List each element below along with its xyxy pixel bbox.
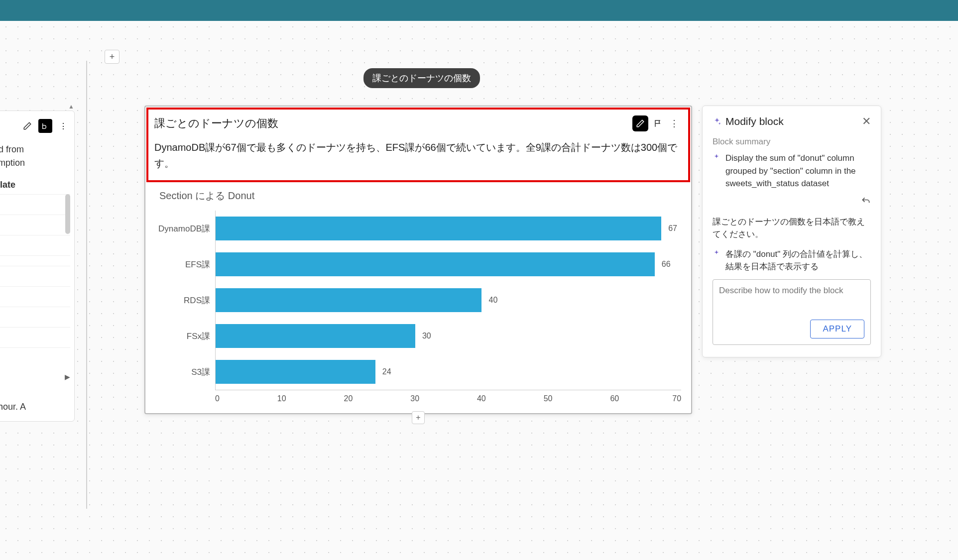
- chart-container: Section による Donut DynamoDB課EFS課RDS課FSx課S…: [145, 183, 691, 413]
- x-axis-tick: 50: [515, 394, 582, 403]
- left-text-line: racted from: [0, 143, 70, 156]
- y-axis-label: RDS課: [155, 282, 210, 318]
- left-bottom-text: n by hour. A: [0, 401, 70, 413]
- scroll-up-icon[interactable]: ▲: [68, 103, 74, 110]
- col-header-text: nocolate: [0, 180, 15, 190]
- left-panel-header: ⋮: [0, 119, 70, 133]
- side-title-text: Modify block: [725, 115, 784, 127]
- top-bar: [0, 0, 958, 21]
- chart-body: DynamoDB課EFS課RDS課FSx課S3課 6766403024: [155, 211, 681, 390]
- x-axis-tick: 30: [381, 394, 448, 403]
- parameter-icon[interactable]: [38, 119, 52, 133]
- user-request-text: 課ごとのドーナツの個数を日本語で教えてください。: [713, 216, 871, 241]
- tooltip-text: 課ごとのドーナツの個数: [372, 73, 471, 83]
- bar-row: 66: [216, 246, 681, 282]
- modify-input[interactable]: [719, 286, 864, 314]
- x-axis-tick: 70: [648, 394, 681, 403]
- chart-bar[interactable]: 40: [216, 288, 481, 312]
- bar-value-label: 67: [668, 224, 677, 233]
- canvas-area: + 課ごとのドーナツの個数 ⋮ racted from onsumption n…: [0, 21, 958, 560]
- block-summary-label: Block summary: [713, 137, 871, 147]
- table-row: 3: [0, 235, 70, 255]
- table-row: 1: [0, 347, 70, 368]
- chart-bar[interactable]: 67: [216, 217, 661, 240]
- side-panel-header: Modify block ✕: [713, 115, 871, 128]
- flag-icon[interactable]: [652, 117, 664, 129]
- chart-bar[interactable]: 24: [216, 360, 375, 384]
- block-tooltip: 課ごとのドーナツの個数: [363, 68, 480, 88]
- bar-value-label: 66: [662, 260, 671, 269]
- highlighted-section: 課ごとのドーナツの個数 ⋮ DynamoDB課が67個で最も多くのドーナツを持ち…: [146, 108, 690, 182]
- y-axis-label: DynamoDB課: [155, 211, 210, 246]
- ai-response-row: 各課の "donut" 列の合計値を計算し、結果を日本語で表示する: [713, 248, 871, 273]
- pencil-icon[interactable]: [20, 119, 34, 133]
- table-row: 4: [0, 307, 70, 327]
- block-title: 課ごとのドーナツの個数: [154, 116, 278, 131]
- edit-button[interactable]: [632, 115, 648, 131]
- left-table-body: 92335491: [0, 194, 70, 368]
- table-row: [0, 255, 70, 266]
- left-column-header: nocolate ▲: [0, 180, 70, 190]
- bar-value-label: 40: [488, 296, 497, 305]
- side-panel-title: Modify block: [713, 115, 784, 127]
- sparkle-icon: [713, 117, 721, 126]
- bar-row: 40: [216, 282, 681, 318]
- block-actions: ⋮: [632, 115, 680, 131]
- left-description: racted from onsumption: [0, 143, 70, 170]
- y-axis-label: S3課: [155, 354, 210, 390]
- block-summary-text: DynamoDB課が67個で最も多くのドーナツを持ち、EFS課が66個で続いてい…: [154, 139, 680, 171]
- bar-row: 30: [216, 318, 681, 354]
- undo-row: [713, 196, 871, 209]
- x-axis-tick: 60: [581, 394, 648, 403]
- chart-title: Section による Donut: [159, 189, 681, 203]
- chart-bar[interactable]: 66: [216, 252, 655, 276]
- sparkle-icon: [713, 153, 720, 190]
- plus-icon: +: [110, 52, 115, 62]
- add-section-button[interactable]: +: [105, 50, 120, 64]
- left-play-row: ▶: [0, 368, 70, 381]
- table-row: 2: [0, 215, 70, 235]
- y-axis-label: EFS課: [155, 246, 210, 282]
- table-row: 3: [0, 266, 70, 286]
- scrollbar-thumb[interactable]: [65, 194, 70, 234]
- x-axis-tick: 10: [248, 394, 315, 403]
- chart-y-axis-labels: DynamoDB課EFS課RDS課FSx課S3課: [155, 211, 215, 390]
- x-axis-tick: 40: [448, 394, 515, 403]
- y-axis-label: FSx課: [155, 319, 210, 354]
- chart-bar[interactable]: 30: [216, 324, 415, 348]
- chart-plot-area: 6766403024: [215, 211, 681, 390]
- block-summary-content: Display the sum of "donut" column groupe…: [725, 152, 871, 190]
- x-axis-tick: 0: [215, 394, 248, 403]
- x-axis-tick: 20: [315, 394, 382, 403]
- block-header: 課ごとのドーナツの個数 ⋮: [154, 115, 680, 131]
- ai-response-text: 各課の "donut" 列の合計値を計算し、結果を日本語で表示する: [725, 248, 871, 273]
- add-block-below-button[interactable]: +: [412, 411, 425, 424]
- modify-input-container: APPLY: [713, 279, 871, 345]
- left-block-panel: ⋮ racted from onsumption nocolate ▲ 9233…: [0, 111, 75, 422]
- more-options-icon[interactable]: ⋮: [668, 117, 680, 129]
- main-chart-block[interactable]: 課ごとのドーナツの個数 ⋮ DynamoDB課が67個で最も多くのドーナツを持ち…: [144, 106, 692, 414]
- chart-x-axis: 010203040506070: [215, 394, 681, 403]
- bar-value-label: 30: [422, 332, 431, 340]
- sparkle-icon: [713, 249, 720, 273]
- table-row: 9: [0, 194, 70, 215]
- apply-button[interactable]: APPLY: [810, 320, 864, 338]
- modify-block-panel: Modify block ✕ Block summary Display the…: [702, 106, 881, 357]
- play-icon[interactable]: ▶: [65, 373, 70, 381]
- vertical-divider: [86, 61, 87, 509]
- bar-value-label: 24: [382, 367, 391, 376]
- close-icon[interactable]: ✕: [862, 115, 871, 128]
- block-summary-row: Display the sum of "donut" column groupe…: [713, 152, 871, 190]
- bar-row: 24: [216, 354, 681, 390]
- table-row: 9: [0, 327, 70, 347]
- left-text-line: onsumption: [0, 156, 70, 170]
- undo-icon[interactable]: [861, 196, 871, 209]
- plus-icon: +: [416, 413, 420, 422]
- more-icon[interactable]: ⋮: [56, 119, 70, 133]
- table-row: 5: [0, 286, 70, 307]
- apply-row: APPLY: [719, 320, 864, 338]
- bar-row: 67: [216, 211, 681, 246]
